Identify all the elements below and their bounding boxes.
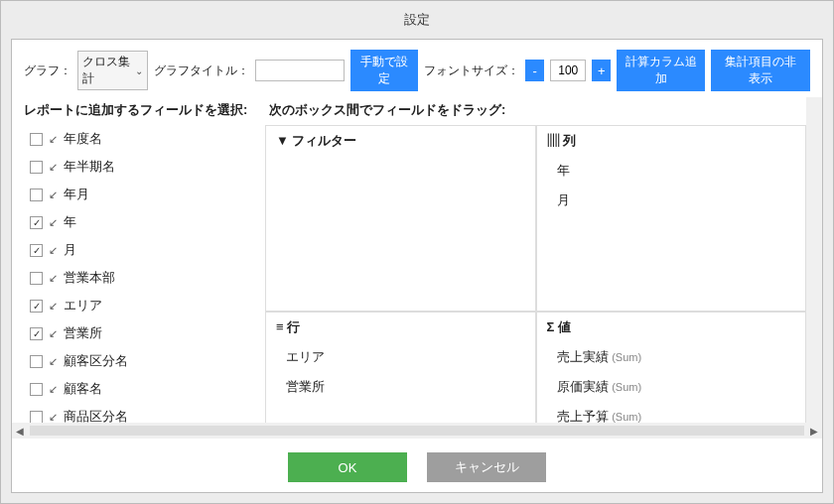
rows-icon: ≡	[276, 319, 287, 334]
field-sidebar: レポートに追加するフィールドを選択: ↙年度名↙年半期名↙年月↙年↙月↙営業本部…	[12, 97, 265, 423]
expand-icon: ↙	[49, 216, 58, 229]
expand-icon: ↙	[49, 327, 58, 340]
value-agg: (Sum)	[612, 351, 641, 363]
field-checkbox[interactable]	[30, 411, 43, 424]
field-checkbox[interactable]	[30, 133, 43, 146]
expand-icon: ↙	[49, 272, 58, 285]
scroll-track[interactable]	[30, 426, 804, 436]
drop-item[interactable]: 売上実績 (Sum)	[547, 342, 796, 372]
field-item[interactable]: ↙年	[30, 208, 265, 236]
expand-icon: ↙	[49, 133, 58, 146]
drop-item[interactable]: 年	[547, 156, 796, 186]
field-checkbox[interactable]	[30, 272, 43, 285]
rows-header: 行	[287, 319, 300, 334]
add-calc-column-button[interactable]: 計算カラム追加	[617, 50, 705, 91]
field-checkbox[interactable]	[30, 327, 43, 340]
toolbar: グラフ： クロス集計 ⌄ グラフタイトル： 手動で設定 フォントサイズ： - +…	[12, 40, 822, 97]
graph-type-select[interactable]: クロス集計 ⌄	[77, 51, 148, 90]
value-agg: (Sum)	[612, 381, 641, 393]
field-label: 月	[64, 241, 76, 259]
columns-cell[interactable]: ▥ 列 年月	[536, 125, 807, 312]
scroll-right-icon[interactable]: ▶	[806, 423, 822, 439]
expand-icon: ↙	[49, 355, 58, 368]
field-item[interactable]: ↙月	[30, 236, 265, 264]
field-item[interactable]: ↙エリア	[30, 292, 265, 319]
field-checkbox[interactable]	[30, 161, 43, 174]
expand-icon: ↙	[49, 383, 58, 396]
field-label: 営業所	[64, 324, 102, 342]
fontsize-plus-button[interactable]: +	[592, 60, 611, 81]
columns-items: 年月	[547, 156, 796, 305]
field-item[interactable]: ↙年度名	[30, 125, 265, 153]
field-item[interactable]: ↙営業本部	[30, 264, 265, 292]
chevron-down-icon: ⌄	[135, 65, 143, 76]
drag-area: 次のボックス間でフィールドをドラッグ: ▼ フィルター ▥ 列 年月 ≡ 行 エ…	[265, 97, 806, 423]
field-label: 顧客名	[64, 380, 102, 398]
field-item[interactable]: ↙営業所	[30, 319, 265, 347]
drop-item[interactable]: エリア	[276, 342, 525, 372]
field-label: 年	[64, 213, 76, 231]
drop-item[interactable]: 原価実績 (Sum)	[547, 372, 796, 402]
columns-header: 列	[563, 133, 576, 148]
fontsize-minus-button[interactable]: -	[525, 60, 544, 81]
filter-cell[interactable]: ▼ フィルター	[265, 125, 536, 312]
graph-title-input[interactable]	[255, 60, 345, 81]
scroll-left-icon[interactable]: ◀	[12, 423, 28, 439]
field-label: 商品区分名	[64, 408, 128, 423]
sidebar-title: レポートに追加するフィールドを選択:	[12, 97, 265, 125]
filter-header: フィルター	[292, 133, 356, 148]
manual-setting-button[interactable]: 手動で設定	[350, 50, 418, 91]
field-list[interactable]: ↙年度名↙年半期名↙年月↙年↙月↙営業本部↙エリア↙営業所↙顧客区分名↙顧客名↙…	[12, 125, 265, 423]
field-label: 年度名	[64, 130, 102, 148]
drop-item[interactable]: 月	[547, 186, 796, 215]
field-label: 年月	[64, 186, 89, 203]
values-items: 売上実績 (Sum)原価実績 (Sum)売上予算 (Sum)予算差 (Sum)粗…	[547, 342, 796, 423]
field-checkbox[interactable]	[30, 189, 43, 201]
drop-item[interactable]: 営業所	[276, 372, 525, 402]
value-agg: (Sum)	[612, 411, 641, 423]
graph-type-value: クロス集計	[82, 54, 133, 87]
field-label: エリア	[64, 297, 102, 315]
cancel-button[interactable]: キャンセル	[427, 452, 546, 482]
field-checkbox[interactable]	[30, 355, 43, 368]
drop-item[interactable]: 売上予算 (Sum)	[547, 402, 796, 423]
body: レポートに追加するフィールドを選択: ↙年度名↙年半期名↙年月↙年↙月↙営業本部…	[12, 97, 822, 423]
fontsize-input[interactable]	[550, 60, 586, 81]
value-label: 原価実績	[557, 379, 613, 394]
field-item[interactable]: ↙商品区分名	[30, 403, 265, 423]
columns-icon: ▥	[547, 133, 564, 148]
fontsize-label: フォントサイズ：	[424, 63, 519, 79]
footer: OK キャンセル	[12, 439, 822, 492]
hide-agg-button[interactable]: 集計項目の非表示	[711, 50, 810, 91]
expand-icon: ↙	[49, 300, 58, 313]
field-label: 年半期名	[64, 158, 115, 176]
field-checkbox[interactable]	[30, 300, 43, 313]
field-item[interactable]: ↙顧客区分名	[30, 347, 265, 375]
field-item[interactable]: ↙顧客名	[30, 375, 265, 403]
expand-icon: ↙	[49, 161, 58, 174]
horizontal-scrollbar[interactable]: ◀ ▶	[12, 423, 822, 439]
field-label: 営業本部	[64, 269, 115, 287]
field-checkbox[interactable]	[30, 383, 43, 396]
values-icon: Σ	[547, 319, 558, 334]
field-label: 顧客区分名	[64, 352, 128, 370]
rows-items: エリア営業所	[276, 342, 525, 423]
expand-icon: ↙	[49, 411, 58, 424]
values-cell[interactable]: Σ 値 売上実績 (Sum)原価実績 (Sum)売上予算 (Sum)予算差 (S…	[536, 312, 807, 423]
drag-title: 次のボックス間でフィールドをドラッグ:	[265, 97, 806, 125]
vertical-scrollbar[interactable]	[806, 97, 822, 423]
window-title: 設定	[1, 1, 833, 39]
field-item[interactable]: ↙年半期名	[30, 153, 265, 181]
field-checkbox[interactable]	[30, 244, 43, 257]
value-label: 売上実績	[557, 349, 613, 364]
expand-icon: ↙	[49, 244, 58, 257]
settings-window: 設定 グラフ： クロス集計 ⌄ グラフタイトル： 手動で設定 フォントサイズ： …	[0, 0, 834, 504]
field-checkbox[interactable]	[30, 216, 43, 229]
ok-button[interactable]: OK	[288, 452, 407, 482]
rows-cell[interactable]: ≡ 行 エリア営業所	[265, 312, 536, 423]
graph-title-label: グラフタイトル：	[154, 63, 249, 79]
field-item[interactable]: ↙年月	[30, 181, 265, 208]
graph-label: グラフ：	[24, 63, 71, 79]
client-area: グラフ： クロス集計 ⌄ グラフタイトル： 手動で設定 フォントサイズ： - +…	[11, 39, 823, 493]
expand-icon: ↙	[49, 189, 58, 201]
